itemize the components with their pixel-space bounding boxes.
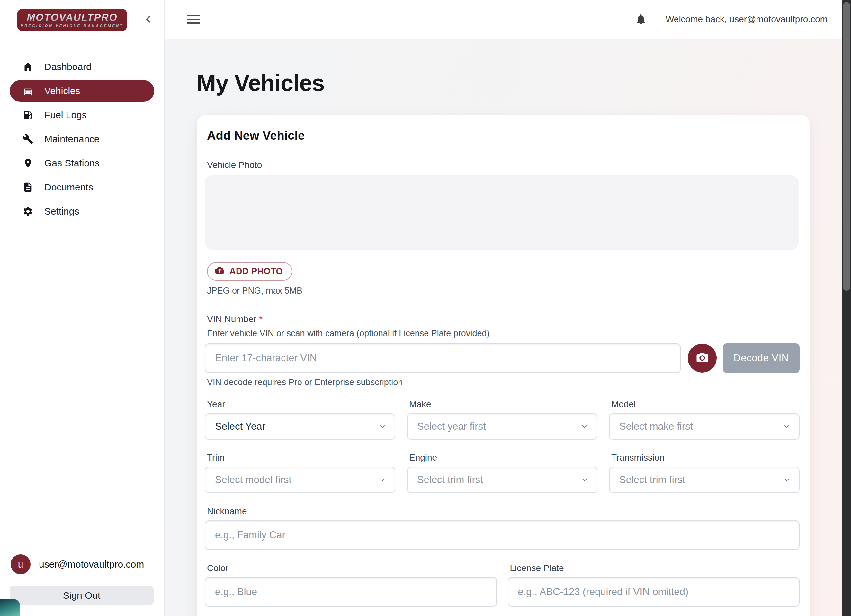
sidebar-item-label: Dashboard: [44, 61, 92, 72]
sidebar-collapse-button[interactable]: [141, 12, 156, 27]
vin-label: VIN Number*: [205, 315, 800, 324]
sidebar-item-maintenance[interactable]: Maintenance: [10, 128, 154, 150]
sidebar-item-label: Gas Stations: [44, 158, 100, 169]
engine-select[interactable]: Select trim first: [407, 467, 597, 493]
required-asterisk: *: [259, 314, 263, 324]
chevron-left-icon: [143, 14, 153, 26]
chevron-down-icon: [581, 476, 588, 484]
sidebar-spacer: [0, 222, 164, 555]
user-email: user@motovaultpro.com: [39, 559, 144, 570]
sidebar-item-settings[interactable]: Settings: [10, 201, 154, 222]
vin-subscription-note: VIN decode requires Pro or Enterprise su…: [205, 378, 800, 387]
app-window: MOTOVAULTPRO PRECISION VEHICLE MANAGEMEN…: [0, 0, 851, 616]
sidebar-item-label: Maintenance: [44, 133, 100, 144]
scan-vin-camera-button[interactable]: [688, 344, 717, 373]
transmission-field: Transmission Select trim first: [609, 453, 800, 493]
sidebar-item-label: Vehicles: [44, 85, 80, 96]
license-plate-input[interactable]: [508, 577, 800, 607]
vin-input[interactable]: [205, 343, 681, 373]
main-area: Welcome back, user@motovaultpro.com My V…: [165, 0, 851, 616]
home-icon: [23, 61, 33, 72]
add-photo-label: ADD PHOTO: [230, 267, 283, 277]
sidebar-item-label: Documents: [44, 182, 93, 193]
user-row: u user@motovaultpro.com: [10, 555, 154, 574]
model-select[interactable]: Select make first: [609, 413, 800, 440]
make-select[interactable]: Select year first: [407, 413, 597, 440]
scrollbar-thumb[interactable]: [843, 2, 850, 291]
notifications-bell-icon[interactable]: [635, 13, 647, 26]
vehicle-photo-dropzone[interactable]: [205, 175, 799, 250]
gear-icon: [23, 206, 33, 217]
engine-label: Engine: [407, 453, 597, 462]
vin-row: Decode VIN: [205, 343, 800, 373]
sign-out-button[interactable]: Sign Out: [10, 586, 153, 605]
sidebar-nav: Dashboard Vehicles Fuel Logs Maintenance: [0, 56, 164, 222]
top-header: Welcome back, user@motovaultpro.com: [165, 0, 851, 39]
welcome-message: Welcome back, user@motovaultpro.com: [666, 14, 827, 24]
chevron-down-icon: [783, 423, 791, 430]
trim-field: Trim Select model first: [205, 453, 395, 493]
chevron-down-icon: [783, 476, 791, 484]
fuel-pump-icon: [23, 109, 33, 120]
hamburger-menu-icon[interactable]: [187, 15, 200, 24]
add-photo-button[interactable]: ADD PHOTO: [207, 262, 292, 281]
chevron-down-icon: [379, 423, 386, 430]
color-field: Color: [205, 564, 497, 607]
sidebar-item-gas-stations[interactable]: Gas Stations: [10, 152, 154, 174]
sidebar: MOTOVAULTPRO PRECISION VEHICLE MANAGEMEN…: [0, 0, 165, 616]
sidebar-item-label: Settings: [44, 206, 79, 217]
avatar: u: [11, 555, 30, 574]
decode-vin-button[interactable]: Decode VIN: [723, 343, 800, 373]
brand-logo: MOTOVAULTPRO PRECISION VEHICLE MANAGEMEN…: [17, 9, 127, 31]
sidebar-header: MOTOVAULTPRO PRECISION VEHICLE MANAGEMEN…: [0, 0, 164, 31]
chevron-down-icon: [379, 476, 386, 484]
add-vehicle-card: Add New Vehicle Vehicle Photo ADD PHOTO …: [197, 115, 810, 616]
sidebar-item-vehicles[interactable]: Vehicles: [10, 80, 154, 102]
dropdown-row-2: Trim Select model first Engine Select tr…: [205, 453, 800, 493]
car-icon: [23, 85, 33, 96]
trim-select[interactable]: Select model first: [205, 467, 395, 493]
sidebar-item-label: Fuel Logs: [44, 109, 87, 120]
map-pin-icon: [23, 158, 33, 169]
sidebar-item-fuel-logs[interactable]: Fuel Logs: [10, 104, 154, 126]
color-label: Color: [205, 564, 497, 573]
vehicle-photo-label: Vehicle Photo: [205, 160, 800, 169]
transmission-label: Transmission: [609, 453, 800, 462]
color-input[interactable]: [205, 577, 497, 607]
sidebar-item-dashboard[interactable]: Dashboard: [10, 56, 154, 78]
year-select[interactable]: Select Year: [205, 413, 395, 440]
model-field: Model Select make first: [609, 400, 800, 440]
engine-field: Engine Select trim first: [407, 453, 597, 493]
nickname-input[interactable]: [205, 520, 800, 550]
camera-icon: [695, 351, 709, 366]
nickname-label: Nickname: [205, 507, 800, 516]
transmission-select[interactable]: Select trim first: [609, 467, 800, 493]
model-label: Model: [609, 400, 800, 409]
license-plate-label: License Plate: [508, 564, 800, 573]
nickname-field: Nickname: [205, 507, 800, 550]
license-plate-field: License Plate: [508, 564, 800, 607]
sidebar-user-block: u user@motovaultpro.com Sign Out: [0, 555, 164, 616]
chevron-down-icon: [581, 423, 588, 430]
trim-label: Trim: [205, 453, 395, 462]
photo-hint: JPEG or PNG, max 5MB: [205, 286, 800, 295]
brand-name: MOTOVAULTPRO: [27, 12, 117, 22]
sidebar-item-documents[interactable]: Documents: [10, 176, 154, 198]
make-label: Make: [407, 400, 597, 409]
wrench-icon: [23, 133, 33, 144]
make-field: Make Select year first: [407, 400, 597, 440]
corner-photo-fragment: [0, 599, 20, 616]
year-label: Year: [205, 400, 395, 409]
cloud-upload-icon: [215, 265, 225, 278]
dropdown-row-1: Year Select Year Make Select year first: [205, 400, 800, 440]
color-license-row: Color License Plate: [205, 564, 800, 607]
vin-helper-text: Enter vehicle VIN or scan with camera (o…: [205, 329, 800, 338]
card-title: Add New Vehicle: [205, 129, 800, 143]
brand-tagline: PRECISION VEHICLE MANAGEMENT: [21, 24, 123, 28]
year-field: Year Select Year: [205, 400, 395, 440]
document-icon: [23, 182, 33, 193]
page-title: My Vehicles: [197, 71, 851, 94]
scrollbar-track[interactable]: [842, 0, 851, 616]
page-content: My Vehicles Add New Vehicle Vehicle Phot…: [165, 39, 851, 616]
